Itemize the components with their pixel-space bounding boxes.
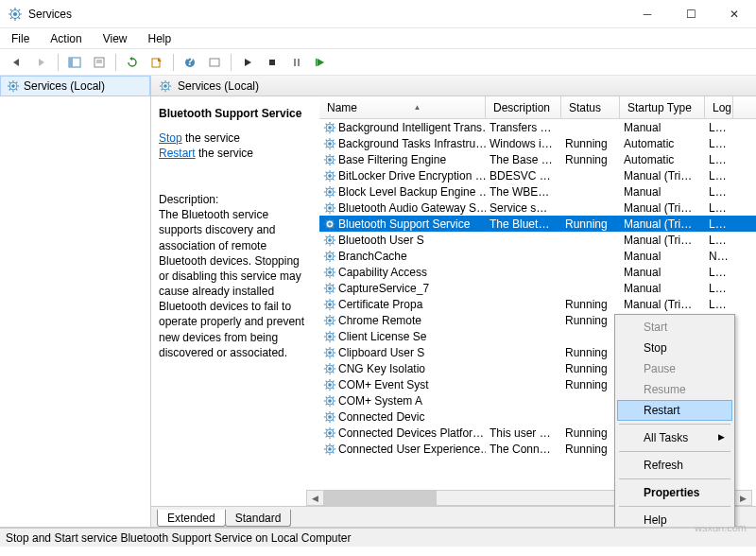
- service-icon: [323, 121, 336, 134]
- action-button[interactable]: [203, 52, 226, 73]
- service-row[interactable]: Block Level Backup Engine …The WBENG…Man…: [319, 183, 756, 200]
- context-menu: Start Stop Pause Resume Restart All Task…: [614, 314, 735, 527]
- services-icon: [7, 79, 20, 93]
- back-button[interactable]: [6, 52, 28, 73]
- service-icon: [323, 314, 336, 327]
- column-startup-type[interactable]: Startup Type: [620, 96, 705, 119]
- service-icon: [323, 330, 336, 343]
- stop-link[interactable]: Stop: [159, 131, 182, 145]
- service-icon: [323, 201, 336, 215]
- service-icon: [323, 443, 336, 456]
- menu-help[interactable]: Help: [145, 30, 176, 47]
- status-text: Stop and Start service Bluetooth Support…: [6, 531, 352, 545]
- stop-service-button[interactable]: [261, 52, 284, 73]
- svg-rect-22: [316, 59, 318, 66]
- column-description[interactable]: Description: [486, 96, 561, 119]
- export-list-button[interactable]: [146, 52, 168, 73]
- description-text: The Bluetooth service supports discovery…: [159, 207, 310, 360]
- service-row[interactable]: Bluetooth Audio Gateway S…Service sup…Ma…: [319, 200, 756, 216]
- service-row[interactable]: Base Filtering EngineThe Base Fil…Runnin…: [319, 151, 756, 167]
- service-icon: [323, 282, 336, 295]
- service-icon: [323, 394, 336, 408]
- svg-rect-11: [69, 58, 73, 67]
- start-service-button[interactable]: [236, 52, 259, 73]
- description-label: Description:: [159, 192, 310, 207]
- column-logon[interactable]: Log: [705, 96, 733, 119]
- service-icon: [323, 234, 336, 247]
- help-button[interactable]: ?: [179, 52, 201, 73]
- show-hide-tree-button[interactable]: [63, 52, 86, 73]
- scroll-thumb[interactable]: [323, 491, 437, 505]
- service-row[interactable]: Bluetooth Support ServiceThe Bluetoo…Run…: [319, 216, 756, 232]
- service-row[interactable]: Background Intelligent Trans…Transfers f…: [319, 119, 756, 135]
- toolbar: ?: [0, 49, 756, 76]
- panel-header: Services (Local): [151, 76, 756, 96]
- svg-rect-18: [210, 59, 219, 66]
- context-refresh[interactable]: Refresh: [617, 455, 732, 476]
- tree-panel: Services (Local): [0, 76, 151, 527]
- service-icon: [323, 378, 336, 391]
- service-row[interactable]: CaptureService_7ManualLoc: [319, 280, 756, 296]
- context-restart[interactable]: Restart: [617, 400, 732, 421]
- maximize-button[interactable]: ☐: [669, 0, 713, 28]
- svg-rect-21: [298, 59, 300, 66]
- svg-rect-19: [269, 60, 275, 65]
- service-row[interactable]: Capability AccessManualLoc: [319, 264, 756, 280]
- service-icon: [323, 153, 336, 166]
- menu-bar: File Action View Help: [0, 28, 756, 49]
- scroll-right-icon[interactable]: ▶: [735, 491, 751, 505]
- service-icon: [323, 362, 336, 375]
- service-icon: [323, 217, 336, 231]
- context-help[interactable]: Help: [617, 510, 732, 527]
- column-headers: Name▲ Description Status Startup Type Lo…: [319, 96, 756, 119]
- service-icon: [323, 250, 336, 263]
- tab-extended[interactable]: Extended: [157, 510, 226, 527]
- context-pause: Pause: [617, 358, 732, 379]
- tree-services-local[interactable]: Services (Local): [0, 76, 150, 96]
- context-resume: Resume: [617, 379, 732, 400]
- separator: [619, 506, 730, 507]
- services-app-icon: [8, 7, 23, 22]
- context-properties[interactable]: Properties: [617, 482, 732, 503]
- menu-action[interactable]: Action: [46, 30, 85, 47]
- service-row[interactable]: BranchCacheManualNet: [319, 248, 756, 264]
- scroll-left-icon[interactable]: ◀: [307, 491, 323, 505]
- service-icon: [323, 298, 336, 311]
- menu-view[interactable]: View: [99, 30, 131, 47]
- title-bar: Services ─ ☐ ✕: [0, 0, 756, 28]
- status-bar: Stop and Start service Bluetooth Support…: [0, 528, 756, 547]
- pause-service-button[interactable]: [285, 52, 308, 73]
- service-icon: [323, 410, 336, 424]
- service-icon: [323, 185, 336, 199]
- refresh-button[interactable]: [121, 52, 144, 73]
- column-name[interactable]: Name▲: [319, 96, 486, 119]
- context-stop[interactable]: Stop: [617, 338, 732, 358]
- svg-rect-20: [294, 59, 296, 66]
- service-icon: [323, 426, 336, 440]
- service-icon: [323, 137, 336, 150]
- forward-button[interactable]: [30, 52, 53, 73]
- service-row[interactable]: BitLocker Drive Encryption …BDESVC hos…M…: [319, 167, 756, 183]
- tab-standard[interactable]: Standard: [225, 510, 292, 527]
- service-row[interactable]: Bluetooth User SManual (Trig…Loc: [319, 232, 756, 248]
- close-button[interactable]: ✕: [713, 0, 756, 28]
- service-row[interactable]: Certificate PropaRunningManual (Trig…Loc: [319, 296, 756, 312]
- service-icon: [323, 169, 336, 182]
- svg-text:?: ?: [186, 57, 193, 68]
- panel-title: Services (Local): [178, 79, 259, 93]
- minimize-button[interactable]: ─: [626, 0, 669, 28]
- service-row[interactable]: Background Tasks Infrastru…Windows in…Ru…: [319, 135, 756, 151]
- properties-button[interactable]: [88, 52, 111, 73]
- selected-service-title: Bluetooth Support Service: [159, 106, 310, 121]
- restart-service-button[interactable]: [310, 52, 333, 73]
- column-status[interactable]: Status: [561, 96, 620, 119]
- restart-link[interactable]: Restart: [159, 147, 196, 160]
- separator: [619, 478, 730, 479]
- sort-arrow-icon: ▲: [414, 103, 421, 112]
- services-icon: [159, 79, 172, 93]
- detail-column: Bluetooth Support Service Stop the servi…: [151, 96, 319, 506]
- menu-file[interactable]: File: [8, 30, 33, 47]
- separator: [619, 451, 730, 452]
- context-all-tasks[interactable]: All Tasks▶: [617, 427, 732, 448]
- service-icon: [323, 266, 336, 279]
